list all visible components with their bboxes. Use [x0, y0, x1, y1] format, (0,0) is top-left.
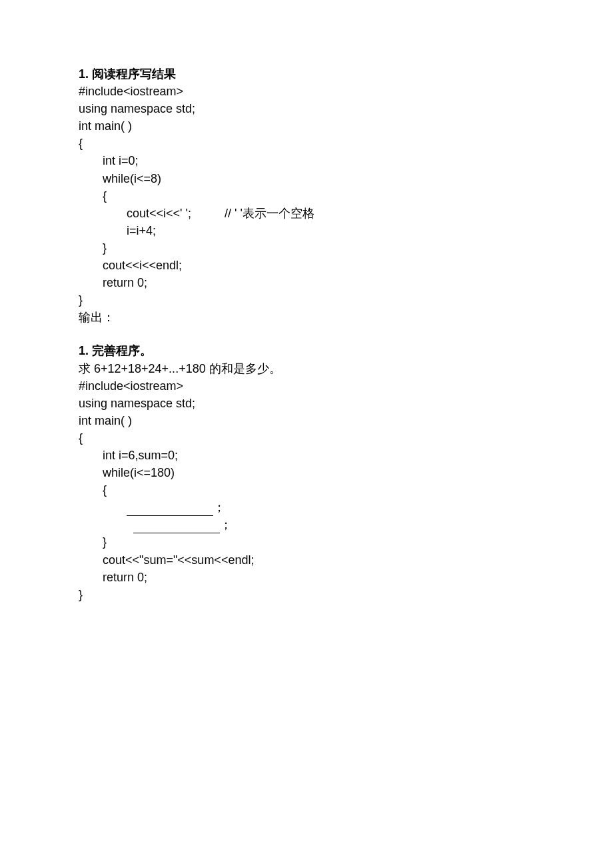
blank-underline: [127, 504, 213, 516]
code-line: return 0;: [79, 274, 534, 291]
code-line: using namespace std;: [79, 100, 534, 117]
fill-in-blank-row: ；: [79, 516, 534, 533]
code-line: }: [79, 586, 534, 603]
code-line: {: [79, 429, 534, 447]
code-line: }: [79, 291, 534, 309]
code-text: cout<<i<<' ';: [127, 207, 191, 220]
section2-title: 1. 完善程序。: [79, 342, 534, 359]
fill-in-blank-row: ；: [79, 499, 534, 516]
code-line: return 0;: [79, 569, 534, 586]
section2-desc: 求 6+12+18+24+...+180 的和是多少。: [79, 360, 534, 377]
code-line: int i=0;: [79, 152, 534, 169]
blank-underline: [133, 521, 220, 533]
code-comment: // ' '表示一个空格: [225, 207, 314, 220]
code-line: {: [79, 187, 534, 205]
code-line: {: [79, 481, 534, 499]
code-line: int main( ): [79, 412, 534, 429]
code-line: }: [79, 533, 534, 551]
code-line: i=i+4;: [79, 222, 534, 239]
code-line: cout<<"sum="<<sum<<endl;: [79, 551, 534, 569]
code-line: int i=6,sum=0;: [79, 447, 534, 464]
section1-title: 1. 阅读程序写结果: [79, 65, 534, 83]
code-line: #include<iostream>: [79, 377, 534, 395]
code-line: }: [79, 239, 534, 257]
code-line: #include<iostream>: [79, 83, 534, 100]
code-line: cout<<i<<' '; // ' '表示一个空格: [79, 205, 534, 222]
blank-suffix: ；: [220, 516, 232, 533]
blank-suffix: ；: [213, 499, 225, 516]
code-line: while(i<=180): [79, 464, 534, 481]
code-line: {: [79, 135, 534, 152]
output-label: 输出：: [79, 309, 534, 326]
code-line: while(i<=8): [79, 170, 534, 187]
code-line: using namespace std;: [79, 395, 534, 412]
code-line: int main( ): [79, 117, 534, 135]
code-line: cout<<i<<endl;: [79, 257, 534, 274]
